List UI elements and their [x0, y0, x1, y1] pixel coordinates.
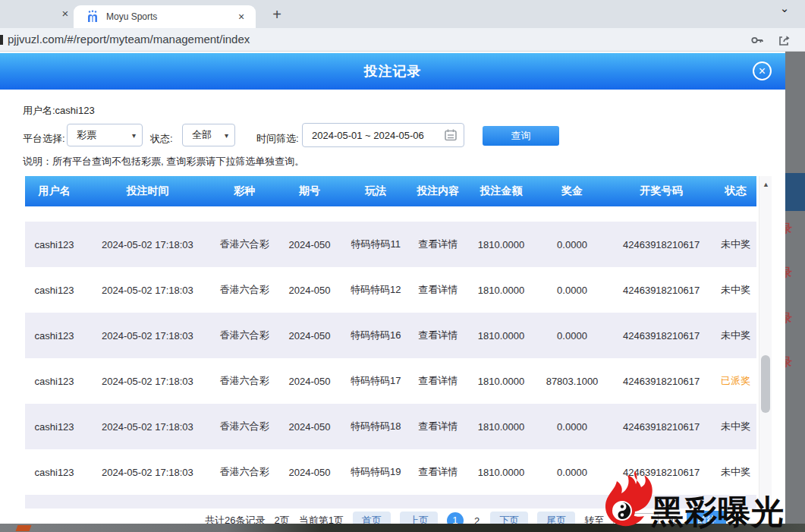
browser-tab-strip: × Moyu Sports × + ⌄ [0, 0, 805, 28]
active-tab[interactable]: Moyu Sports × [74, 5, 256, 28]
flame-logo-icon [602, 469, 655, 531]
password-key-icon[interactable] [750, 33, 764, 47]
watermark-site-name: 黑彩曝光网 [651, 490, 805, 532]
background-tab-close-icon[interactable]: × [58, 6, 73, 21]
col-header: 玩法 [341, 184, 410, 198]
modal-close-icon[interactable]: × [753, 61, 772, 80]
cell-lottery: 香港六合彩 [212, 283, 278, 297]
cell-lottery: 香港六合彩 [212, 374, 278, 388]
cell-issue: 2024-050 [278, 330, 342, 342]
col-header: 期号 [278, 184, 342, 198]
bet-records-table: 用户名 投注时间 彩种 期号 玩法 投注内容 投注金额 奖金 开奖号码 状态 c… [25, 176, 756, 206]
background-record-link-fragment: 录 [785, 222, 803, 236]
query-button[interactable]: 查询 [483, 126, 559, 146]
cell-bet-time: 2024-05-02 17:18:03 [83, 330, 212, 342]
cell-username: cashi123 [25, 376, 83, 387]
cell-amount: 1810.0000 [466, 376, 536, 387]
cell-status: 未中奖 [715, 420, 756, 433]
col-header: 开奖号码 [608, 184, 715, 198]
cell-status: 未中奖 [715, 329, 756, 342]
col-header: 奖金 [536, 184, 608, 198]
cell-issue: 2024-050 [278, 285, 342, 296]
view-details-link[interactable]: 查看详情 [410, 420, 466, 433]
dimmed-background-page: 录 录 录 录 [785, 52, 805, 524]
platform-select-label: 平台选择: [23, 127, 65, 150]
cell-draw-number: 42463918210617 [608, 376, 715, 387]
cell-prize: 0.0000 [536, 330, 608, 342]
view-details-link[interactable]: 查看详情 [410, 465, 466, 479]
status-select-label: 状态: [150, 127, 173, 150]
col-header: 用户名 [25, 184, 83, 198]
cell-play: 特码特码11 [341, 238, 410, 251]
cell-username: cashi123 [25, 330, 83, 342]
cell-amount: 1810.0000 [466, 421, 536, 433]
view-details-link[interactable]: 查看详情 [410, 374, 466, 388]
tab-list-chevron-icon[interactable]: ⌄ [775, 0, 794, 18]
col-header: 彩种 [212, 184, 278, 198]
cell-lottery: 香港六合彩 [212, 238, 278, 251]
cell-issue: 2024-050 [278, 376, 342, 387]
cell-bet-time: 2024-05-02 17:18:03 [83, 285, 212, 296]
chevron-down-icon: ▾ [124, 131, 136, 140]
time-filter-label: 时间筛选: [256, 127, 299, 150]
share-icon[interactable] [778, 33, 791, 47]
new-tab-button[interactable]: + [267, 5, 287, 25]
background-table-header-band [785, 173, 805, 211]
cell-play: 特码特码16 [341, 329, 410, 342]
clipped-edge-element [0, 35, 3, 45]
cell-username: cashi123 [25, 239, 83, 250]
table-row: cashi123 2024-05-02 17:18:03 香港六合彩 2024-… [25, 222, 756, 267]
site-watermark: 黑彩曝光网 [602, 469, 805, 532]
active-tab-title: Moyu Sports [106, 11, 234, 22]
cell-amount: 1810.0000 [466, 239, 536, 250]
address-bar[interactable]: pjjvuzl.com/#/report/myteam/management/i… [0, 28, 805, 52]
cell-bet-time: 2024-05-02 17:18:03 [83, 467, 212, 478]
date-range-value: 2024-05-01 ~ 2024-05-06 [312, 130, 424, 141]
scrollbar-up-arrow-icon[interactable]: ▲ [759, 181, 772, 188]
modal-title: 投注记录 [364, 62, 422, 80]
active-tab-close-icon[interactable]: × [234, 10, 248, 24]
cell-bet-time: 2024-05-02 17:18:03 [83, 376, 212, 387]
cell-username: cashi123 [25, 467, 83, 478]
cell-status: 未中奖 [715, 283, 756, 297]
background-record-link-fragment: 录 [785, 355, 803, 370]
col-header: 投注内容 [410, 184, 466, 198]
col-header: 投注时间 [83, 184, 212, 198]
cell-prize: 87803.1000 [536, 376, 608, 387]
cell-draw-number: 42463918210617 [608, 330, 715, 342]
cell-bet-time: 2024-05-02 17:18:03 [83, 239, 212, 250]
cell-issue: 2024-050 [278, 239, 342, 250]
table-row: cashi123 2024-05-02 17:18:03 香港六合彩 2024-… [25, 313, 756, 358]
status-select-value: 全部 [192, 128, 212, 142]
table-row: cashi123 2024-05-02 17:18:03 香港六合彩 2024-… [25, 267, 756, 313]
date-range-input[interactable]: 2024-05-01 ~ 2024-05-06 [302, 123, 464, 147]
background-record-link-fragment: 录 [785, 311, 803, 326]
status-select[interactable]: 全部 ▾ [182, 124, 235, 146]
cell-prize: 0.0000 [536, 239, 608, 250]
cell-amount: 1810.0000 [466, 330, 536, 342]
background-record-link-fragment: 录 [785, 266, 803, 280]
table-body: cashi123 2024-05-02 17:18:03 香港六合彩 2024-… [25, 222, 756, 508]
filter-note-text: 说明：所有平台查询不包括彩票, 查询彩票请下拉筛选单独查询。 [23, 155, 304, 168]
cell-status-paid: 已派奖 [715, 374, 756, 388]
table-header-row: 用户名 投注时间 彩种 期号 玩法 投注内容 投注金额 奖金 开奖号码 状态 [25, 176, 756, 206]
scrollbar-thumb[interactable] [761, 355, 770, 413]
view-details-link[interactable]: 查看详情 [410, 238, 466, 251]
view-details-link[interactable]: 查看详情 [410, 329, 466, 342]
table-scrollbar[interactable]: ▲ [759, 176, 772, 508]
platform-select[interactable]: 彩票 ▾ [67, 124, 143, 146]
col-header: 投注金额 [466, 184, 536, 198]
cell-prize: 0.0000 [536, 467, 608, 478]
chevron-down-icon: ▾ [217, 131, 228, 140]
cell-username: cashi123 [25, 421, 83, 433]
cell-issue: 2024-050 [278, 421, 342, 433]
username-text: 用户名:cashi123 [23, 104, 95, 118]
url-text[interactable]: pjjvuzl.com/#/report/myteam/management/i… [8, 33, 250, 46]
cell-draw-number: 42463918210617 [608, 239, 715, 250]
view-details-link[interactable]: 查看详情 [410, 283, 466, 297]
cell-play: 特码特码19 [341, 465, 410, 479]
cell-play: 特码特码12 [341, 283, 410, 297]
cell-play: 特码特码18 [341, 420, 410, 433]
table-row: cashi123 2024-05-02 17:18:03 香港六合彩 2024-… [25, 404, 756, 449]
cell-play: 特码特码17 [341, 374, 410, 388]
